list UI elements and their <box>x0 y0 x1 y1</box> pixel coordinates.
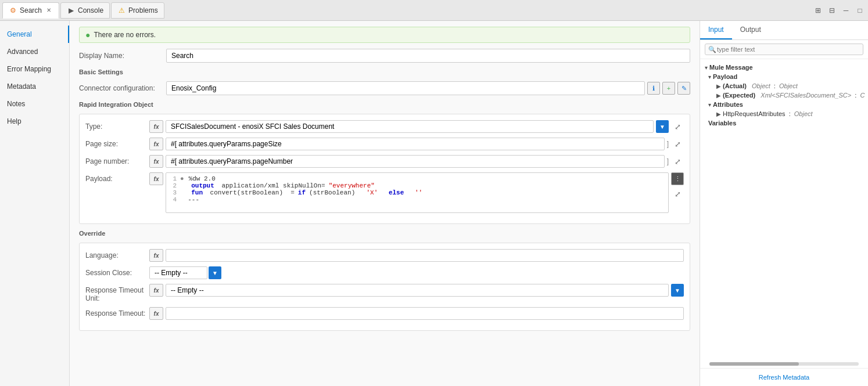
tree-actual[interactable]: ▶ (Actual) Object : Object <box>700 81 868 91</box>
rio-payload-wrapper: 1 ● %dw 2.0 2 output application/xml ski… <box>166 172 684 213</box>
tab-console[interactable]: ▶ Console <box>60 2 110 19</box>
rio-payload-label: Payload: <box>85 172 149 183</box>
minimize-icon[interactable]: ─ <box>840 5 852 16</box>
status-text: There are no errors. <box>94 31 156 39</box>
code-line-3: 3 fun convert(strBoolean) = if (strBoole… <box>168 189 666 196</box>
rio-type-wrapper: ▼ ⤢ <box>166 120 684 133</box>
rp-tab-input[interactable]: Input <box>700 21 732 39</box>
mule-message-collapse-icon[interactable]: ▾ <box>705 64 708 71</box>
rio-section: Type: fx ▼ ⤢ Page size: fx ] ⤢ <box>79 114 690 224</box>
layout-icon[interactable]: ⊟ <box>826 5 838 16</box>
rio-payload-fx-btn[interactable]: fx <box>149 172 163 185</box>
payload-expression-btn[interactable]: ⤢ <box>671 187 684 200</box>
payload-collapse-icon[interactable]: ▾ <box>708 74 711 80</box>
rio-pagesize-bracket: ] <box>667 140 669 148</box>
rio-payload-row: Payload: fx 1 ● %dw 2.0 2 <box>85 172 684 213</box>
rio-pagesize-input[interactable] <box>166 138 665 150</box>
actual-expand-icon[interactable]: ▶ <box>716 83 721 89</box>
rio-pagenumber-label: Page number: <box>85 155 149 165</box>
tab-problems-label: Problems <box>128 6 158 15</box>
override-language-input[interactable] <box>166 249 684 262</box>
rio-type-dropdown-btn[interactable]: ▼ <box>656 120 669 133</box>
override-timeout-unit-row: Response Timeout Unit: fx ▼ <box>85 284 684 302</box>
rp-tree: ▾ Mule Message ▾ Payload ▶ (Actual) Obje… <box>700 59 868 360</box>
window-controls: ⊞ ⊟ ─ □ <box>812 5 866 16</box>
tree-http-request[interactable]: ▶ HttpRequestAttributes : Object <box>700 109 868 118</box>
override-timeout-fx-btn[interactable]: fx <box>149 307 163 320</box>
connector-edit-btn[interactable]: ✎ <box>677 82 690 95</box>
dropdown-icon: ▼ <box>659 124 665 130</box>
scrollbar[interactable] <box>709 362 859 366</box>
override-timeout-unit-fx-btn[interactable]: fx <box>149 284 163 297</box>
connector-config-label: Connector configuration: <box>79 84 166 92</box>
override-session-dropdown: ▼ <box>149 266 221 279</box>
actual-label: (Actual) <box>723 82 747 89</box>
rio-pagenumber-fx-btn[interactable]: fx <box>149 155 163 168</box>
http-request-label: HttpRequestAttributes <box>723 110 785 117</box>
tree-attributes[interactable]: ▾ Attributes <box>700 100 868 109</box>
right-panel-tabs: Input Output <box>700 21 868 40</box>
rio-pagesize-row: Page size: fx ] ⤢ <box>85 138 684 150</box>
sidebar-item-error-mapping[interactable]: Error Mapping <box>0 60 69 78</box>
tree-variables[interactable]: Variables <box>700 118 868 128</box>
actual-type2: Object <box>779 82 798 89</box>
tab-bar: ⚙ Search ✕ ▶ Console ⚠ Problems ⊞ ⊟ ─ □ <box>0 0 868 21</box>
tree-payload[interactable]: ▾ Payload <box>700 72 868 81</box>
override-timeout-unit-dd-btn[interactable]: ▼ <box>671 284 684 297</box>
sidebar-item-metadata[interactable]: Metadata <box>0 78 69 95</box>
override-session-dd-btn[interactable]: ▼ <box>209 266 221 279</box>
status-bar: ● There are no errors. <box>79 27 690 43</box>
tab-search-label: Search <box>20 6 42 15</box>
rio-payload-editor[interactable]: 1 ● %dw 2.0 2 output application/xml ski… <box>166 172 669 213</box>
rio-pagenumber-expression-btn[interactable]: ⤢ <box>671 155 684 168</box>
rio-type-input[interactable] <box>166 120 654 133</box>
problems-tab-icon: ⚠ <box>117 6 125 15</box>
variables-label: Variables <box>708 120 736 127</box>
rio-pagesize-label: Page size: <box>85 138 149 148</box>
rio-pagesize-expression-btn[interactable]: ⤢ <box>671 138 684 150</box>
maximize-icon[interactable]: □ <box>854 5 866 16</box>
override-timeout-unit-input[interactable] <box>166 284 669 297</box>
grid-icon[interactable]: ⊞ <box>812 5 824 16</box>
sidebar-item-general[interactable]: General <box>0 26 69 43</box>
tab-problems[interactable]: ⚠ Problems <box>111 2 164 19</box>
tab-search-close[interactable]: ✕ <box>45 6 53 15</box>
rio-pagenumber-wrapper: ] ⤢ <box>166 155 684 168</box>
rio-type-expression-btn[interactable]: ⤢ <box>671 120 684 133</box>
override-timeout-row: Response Timeout: fx <box>85 307 684 320</box>
rp-search-input[interactable] <box>705 44 863 55</box>
expected-type: Xml<SFCISalesDocument_SC> <box>761 92 851 99</box>
override-session-input[interactable] <box>149 266 207 279</box>
expected-expand-icon[interactable]: ▶ <box>716 92 721 99</box>
content-area: ● There are no errors. Display Name: Bas… <box>70 21 700 386</box>
scrollbar-area <box>700 360 868 368</box>
rio-pagenumber-input[interactable] <box>166 155 665 168</box>
sidebar-item-notes[interactable]: Notes <box>0 95 69 113</box>
connector-add-btn[interactable]: + <box>662 82 675 95</box>
sidebar-item-advanced[interactable]: Advanced <box>0 43 69 60</box>
dot-icon: ● <box>180 175 184 182</box>
search-tab-icon: ⚙ <box>9 6 17 15</box>
rio-pagesize-wrapper: ] ⤢ <box>166 138 684 150</box>
sidebar-item-help[interactable]: Help <box>0 113 69 130</box>
rio-section-title: Rapid Integration Object <box>79 101 690 108</box>
connector-info-btn[interactable]: ℹ <box>647 82 660 95</box>
tree-mule-message[interactable]: ▾ Mule Message <box>700 63 868 72</box>
refresh-metadata-link[interactable]: Refresh Metadata <box>759 374 809 381</box>
http-request-expand-icon[interactable]: ▶ <box>716 111 721 117</box>
override-timeout-input[interactable] <box>166 307 684 320</box>
rp-tab-output[interactable]: Output <box>732 21 769 39</box>
tree-expected[interactable]: ▶ (Expected) Xml<SFCISalesDocument_SC> :… <box>700 91 868 100</box>
rio-pagesize-fx-btn[interactable]: fx <box>149 138 163 150</box>
payload-edit-btn[interactable]: ⋮ <box>671 172 684 185</box>
code-line-2: 2 output application/xml skipNullOn= "ev… <box>168 182 666 189</box>
connector-config-input[interactable] <box>166 81 645 95</box>
display-name-input[interactable] <box>166 49 690 63</box>
override-timeout-unit-label: Response Timeout Unit: <box>85 284 149 302</box>
rp-search-area: 🔍 <box>700 40 868 59</box>
attributes-collapse-icon[interactable]: ▾ <box>708 102 711 108</box>
tab-search[interactable]: ⚙ Search ✕ <box>2 2 59 19</box>
override-section: Language: fx Session Close: ▼ Response T… <box>79 243 690 331</box>
rio-type-fx-btn[interactable]: fx <box>149 120 163 133</box>
override-language-fx-btn[interactable]: fx <box>149 249 163 262</box>
